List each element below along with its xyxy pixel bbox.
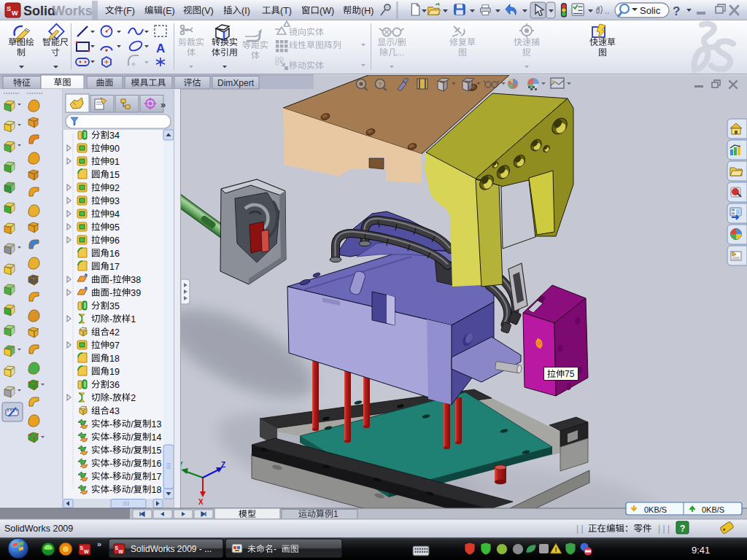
svg-text:»: » bbox=[97, 540, 101, 548]
svg-text:(V): (V) bbox=[201, 6, 214, 16]
svg-text:-: - bbox=[109, 432, 112, 443]
svg-text:17: 17 bbox=[109, 262, 120, 272]
svg-text:-: - bbox=[109, 275, 112, 285]
svg-text:Solid: Solid bbox=[23, 4, 55, 18]
svg-text:?: ? bbox=[673, 4, 680, 18]
svg-text:75: 75 bbox=[565, 369, 575, 379]
svg-text:-: - bbox=[109, 393, 112, 403]
svg-text:97: 97 bbox=[109, 341, 120, 351]
svg-text:W: W bbox=[12, 9, 18, 17]
svg-text:-: - bbox=[274, 544, 276, 554]
svg-text:-: - bbox=[109, 288, 112, 298]
svg-text:43: 43 bbox=[109, 406, 120, 416]
svg-text:0KB/S: 0KB/S bbox=[644, 505, 667, 514]
svg-text:92: 92 bbox=[109, 183, 120, 193]
svg-text:1: 1 bbox=[131, 314, 136, 324]
svg-text:96: 96 bbox=[109, 236, 120, 246]
svg-text:/: / bbox=[131, 419, 133, 429]
svg-text:18: 18 bbox=[152, 485, 162, 495]
svg-text:-: - bbox=[109, 485, 112, 495]
svg-text:-: - bbox=[109, 446, 112, 456]
svg-text:/: / bbox=[131, 472, 133, 482]
svg-text:18: 18 bbox=[109, 354, 120, 364]
svg-text:(I): (I) bbox=[241, 6, 250, 16]
svg-text:...: ... bbox=[397, 47, 404, 58]
svg-text:1: 1 bbox=[333, 509, 338, 519]
svg-text:/: / bbox=[131, 432, 133, 443]
svg-text:(T): (T) bbox=[280, 6, 292, 16]
svg-text:-: - bbox=[109, 459, 112, 469]
svg-text:-: - bbox=[109, 314, 112, 324]
svg-text:15: 15 bbox=[109, 170, 120, 180]
svg-text:..: .. bbox=[605, 6, 610, 16]
svg-text:(F): (F) bbox=[123, 6, 135, 16]
svg-text:17: 17 bbox=[152, 472, 162, 482]
svg-text:95: 95 bbox=[109, 222, 120, 233]
svg-text:19: 19 bbox=[109, 367, 120, 377]
svg-text:W: W bbox=[84, 549, 89, 554]
svg-text:DimXpert: DimXpert bbox=[217, 78, 255, 88]
svg-text:16: 16 bbox=[109, 249, 120, 259]
svg-text:| | |: | | | bbox=[658, 524, 670, 534]
svg-text:S: S bbox=[7, 5, 11, 12]
svg-text:A: A bbox=[156, 42, 165, 55]
svg-text:35: 35 bbox=[109, 301, 120, 311]
svg-text:-: - bbox=[109, 419, 112, 429]
svg-text:(H): (H) bbox=[361, 6, 374, 16]
svg-text:15: 15 bbox=[152, 446, 162, 456]
svg-text:16: 16 bbox=[152, 459, 162, 469]
svg-text:0KB/S: 0KB/S bbox=[702, 505, 724, 514]
svg-text:93: 93 bbox=[109, 196, 120, 206]
svg-text:/: / bbox=[131, 485, 133, 495]
svg-text:34: 34 bbox=[109, 131, 120, 141]
svg-text:/: / bbox=[131, 446, 133, 456]
svg-text:/: / bbox=[131, 459, 133, 469]
svg-text:(E): (E) bbox=[163, 6, 175, 16]
svg-text:?: ? bbox=[680, 524, 685, 534]
svg-text:X: X bbox=[198, 498, 204, 506]
svg-text:39: 39 bbox=[131, 288, 141, 298]
svg-text:Works: Works bbox=[53, 4, 93, 18]
svg-text:90: 90 bbox=[109, 144, 120, 154]
svg-text:Solic: Solic bbox=[640, 5, 661, 16]
svg-text:W: W bbox=[119, 549, 124, 554]
svg-text:9:41: 9:41 bbox=[692, 545, 710, 556]
svg-text:SolidWorks 2009: SolidWorks 2009 bbox=[4, 524, 73, 534]
svg-text:(W): (W) bbox=[320, 6, 334, 16]
svg-text:2: 2 bbox=[131, 393, 136, 403]
svg-text:»: » bbox=[160, 99, 166, 110]
svg-text:?: ? bbox=[378, 81, 382, 88]
svg-text:38: 38 bbox=[131, 275, 141, 285]
svg-text:!: ! bbox=[555, 546, 557, 553]
svg-text:36: 36 bbox=[109, 380, 120, 390]
svg-text:S: S bbox=[80, 545, 84, 551]
svg-text:42: 42 bbox=[109, 327, 120, 338]
svg-text:94: 94 bbox=[109, 209, 120, 219]
svg-text:SolidWorks 2009 - ...: SolidWorks 2009 - ... bbox=[131, 544, 212, 554]
svg-text:13: 13 bbox=[152, 419, 162, 429]
svg-text:| |: | | bbox=[576, 524, 584, 534]
svg-text:91: 91 bbox=[109, 157, 120, 167]
svg-text:Z: Z bbox=[221, 461, 225, 469]
svg-text:-: - bbox=[109, 472, 112, 482]
svg-text:14: 14 bbox=[152, 432, 162, 443]
